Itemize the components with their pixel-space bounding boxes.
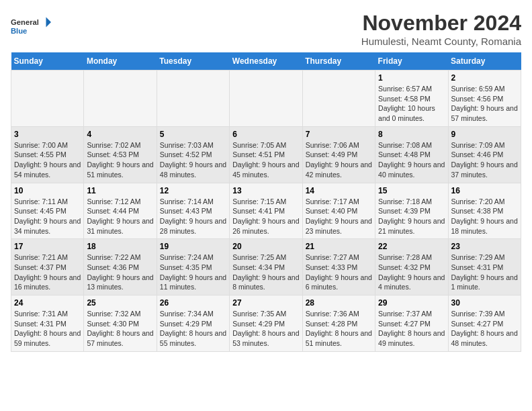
- calendar-cell: 23Sunrise: 7:29 AM Sunset: 4:31 PM Dayli…: [448, 239, 521, 295]
- calendar-cell: 14Sunrise: 7:17 AM Sunset: 4:40 PM Dayli…: [302, 183, 375, 239]
- day-number: 16: [451, 186, 518, 195]
- day-info: Sunrise: 6:57 AM Sunset: 4:58 PM Dayligh…: [378, 84, 445, 124]
- day-number: 5: [160, 130, 226, 139]
- day-number: 2: [451, 73, 518, 83]
- weekday-header: Monday: [84, 52, 157, 71]
- calendar-cell: 18Sunrise: 7:22 AM Sunset: 4:36 PM Dayli…: [84, 239, 157, 295]
- day-number: 3: [14, 130, 81, 139]
- weekday-header: Saturday: [448, 52, 521, 71]
- day-info: Sunrise: 7:21 AM Sunset: 4:37 PM Dayligh…: [14, 253, 81, 292]
- weekday-header: Thursday: [302, 52, 375, 71]
- calendar-cell: 15Sunrise: 7:18 AM Sunset: 4:39 PM Dayli…: [375, 183, 448, 239]
- day-info: Sunrise: 7:27 AM Sunset: 4:33 PM Dayligh…: [306, 253, 372, 292]
- calendar-table: SundayMondayTuesdayWednesdayThursdayFrid…: [11, 52, 521, 352]
- calendar-cell: 21Sunrise: 7:27 AM Sunset: 4:33 PM Dayli…: [302, 239, 375, 295]
- calendar-cell: 30Sunrise: 7:39 AM Sunset: 4:27 PM Dayli…: [448, 295, 521, 352]
- calendar-cell: 25Sunrise: 7:32 AM Sunset: 4:30 PM Dayli…: [84, 295, 157, 352]
- calendar-cell: 5Sunrise: 7:03 AM Sunset: 4:52 PM Daylig…: [157, 126, 229, 183]
- main-title: November 2024: [361, 11, 521, 36]
- calendar-cell: 12Sunrise: 7:14 AM Sunset: 4:43 PM Dayli…: [157, 183, 229, 239]
- calendar-cell: 4Sunrise: 7:02 AM Sunset: 4:53 PM Daylig…: [84, 126, 157, 183]
- day-info: Sunrise: 7:20 AM Sunset: 4:38 PM Dayligh…: [451, 197, 518, 236]
- day-number: 30: [451, 298, 518, 308]
- weekday-header: Tuesday: [157, 52, 229, 71]
- calendar-cell: 6Sunrise: 7:05 AM Sunset: 4:51 PM Daylig…: [230, 126, 302, 183]
- day-info: Sunrise: 7:22 AM Sunset: 4:36 PM Dayligh…: [87, 253, 153, 292]
- day-number: 20: [232, 242, 299, 251]
- day-info: Sunrise: 7:36 AM Sunset: 4:28 PM Dayligh…: [306, 309, 372, 349]
- day-number: 19: [160, 242, 226, 251]
- weekday-header: Wednesday: [230, 52, 302, 71]
- calendar-cell: [230, 71, 302, 127]
- day-number: 29: [378, 298, 445, 308]
- calendar-cell: 16Sunrise: 7:20 AM Sunset: 4:38 PM Dayli…: [448, 183, 521, 239]
- day-number: 24: [14, 298, 81, 308]
- calendar-cell: 24Sunrise: 7:31 AM Sunset: 4:31 PM Dayli…: [11, 295, 84, 352]
- svg-text:General: General: [11, 18, 39, 26]
- calendar-cell: 9Sunrise: 7:09 AM Sunset: 4:46 PM Daylig…: [448, 126, 521, 183]
- day-number: 15: [378, 186, 445, 195]
- day-info: Sunrise: 7:39 AM Sunset: 4:27 PM Dayligh…: [451, 309, 518, 349]
- logo-svg: General Blue: [11, 11, 51, 41]
- calendar-cell: 10Sunrise: 7:11 AM Sunset: 4:45 PM Dayli…: [11, 183, 84, 239]
- day-info: Sunrise: 7:18 AM Sunset: 4:39 PM Dayligh…: [378, 197, 445, 236]
- day-info: Sunrise: 7:09 AM Sunset: 4:46 PM Dayligh…: [451, 140, 518, 180]
- day-number: 14: [306, 186, 372, 195]
- day-number: 9: [451, 130, 518, 139]
- calendar-week-row: 10Sunrise: 7:11 AM Sunset: 4:45 PM Dayli…: [11, 183, 521, 239]
- day-info: Sunrise: 7:05 AM Sunset: 4:51 PM Dayligh…: [232, 140, 299, 180]
- subtitle: Humulesti, Neamt County, Romania: [361, 36, 521, 47]
- weekday-header: Sunday: [11, 52, 84, 71]
- calendar-week-row: 3Sunrise: 7:00 AM Sunset: 4:55 PM Daylig…: [11, 126, 521, 183]
- day-info: Sunrise: 7:29 AM Sunset: 4:31 PM Dayligh…: [451, 253, 518, 292]
- calendar-week-row: 1Sunrise: 6:57 AM Sunset: 4:58 PM Daylig…: [11, 71, 521, 127]
- day-info: Sunrise: 7:28 AM Sunset: 4:32 PM Dayligh…: [378, 253, 445, 292]
- day-number: 7: [306, 130, 372, 139]
- day-info: Sunrise: 7:14 AM Sunset: 4:43 PM Dayligh…: [160, 197, 226, 236]
- day-number: 21: [306, 242, 372, 251]
- day-number: 22: [378, 242, 445, 251]
- day-info: Sunrise: 7:24 AM Sunset: 4:35 PM Dayligh…: [160, 253, 226, 292]
- day-info: Sunrise: 7:03 AM Sunset: 4:52 PM Dayligh…: [160, 140, 226, 180]
- calendar-cell: 17Sunrise: 7:21 AM Sunset: 4:37 PM Dayli…: [11, 239, 84, 295]
- calendar-cell: 29Sunrise: 7:37 AM Sunset: 4:27 PM Dayli…: [375, 295, 448, 352]
- day-number: 18: [87, 242, 153, 251]
- day-info: Sunrise: 7:32 AM Sunset: 4:30 PM Dayligh…: [87, 309, 153, 349]
- calendar-cell: 2Sunrise: 6:59 AM Sunset: 4:56 PM Daylig…: [448, 71, 521, 127]
- day-number: 26: [160, 298, 226, 308]
- day-number: 4: [87, 130, 153, 139]
- calendar-cell: 26Sunrise: 7:34 AM Sunset: 4:29 PM Dayli…: [157, 295, 229, 352]
- svg-text:Blue: Blue: [11, 27, 27, 35]
- calendar-cell: [11, 71, 84, 127]
- day-info: Sunrise: 7:31 AM Sunset: 4:31 PM Dayligh…: [14, 309, 81, 349]
- calendar-cell: 7Sunrise: 7:06 AM Sunset: 4:49 PM Daylig…: [302, 126, 375, 183]
- calendar-cell: 19Sunrise: 7:24 AM Sunset: 4:35 PM Dayli…: [157, 239, 229, 295]
- calendar-cell: 3Sunrise: 7:00 AM Sunset: 4:55 PM Daylig…: [11, 126, 84, 183]
- day-number: 8: [378, 130, 445, 139]
- day-info: Sunrise: 7:06 AM Sunset: 4:49 PM Dayligh…: [306, 140, 372, 180]
- calendar-cell: 1Sunrise: 6:57 AM Sunset: 4:58 PM Daylig…: [375, 71, 448, 127]
- day-number: 6: [232, 130, 299, 139]
- calendar-cell: 11Sunrise: 7:12 AM Sunset: 4:44 PM Dayli…: [84, 183, 157, 239]
- day-number: 23: [451, 242, 518, 251]
- day-info: Sunrise: 7:02 AM Sunset: 4:53 PM Dayligh…: [87, 140, 153, 180]
- day-info: Sunrise: 7:11 AM Sunset: 4:45 PM Dayligh…: [14, 197, 81, 236]
- day-number: 12: [160, 186, 226, 195]
- day-number: 28: [306, 298, 372, 308]
- day-info: Sunrise: 7:34 AM Sunset: 4:29 PM Dayligh…: [160, 309, 226, 349]
- day-info: Sunrise: 7:25 AM Sunset: 4:34 PM Dayligh…: [232, 253, 299, 292]
- calendar-cell: [84, 71, 157, 127]
- day-info: Sunrise: 7:00 AM Sunset: 4:55 PM Dayligh…: [14, 140, 81, 180]
- calendar-week-row: 17Sunrise: 7:21 AM Sunset: 4:37 PM Dayli…: [11, 239, 521, 295]
- calendar-cell: 28Sunrise: 7:36 AM Sunset: 4:28 PM Dayli…: [302, 295, 375, 352]
- calendar-cell: 20Sunrise: 7:25 AM Sunset: 4:34 PM Dayli…: [230, 239, 302, 295]
- day-info: Sunrise: 7:15 AM Sunset: 4:41 PM Dayligh…: [232, 197, 299, 236]
- calendar-cell: [157, 71, 229, 127]
- title-area: November 2024 Humulesti, Neamt County, R…: [361, 11, 521, 47]
- weekday-header: Friday: [375, 52, 448, 71]
- day-number: 17: [14, 242, 81, 251]
- calendar-week-row: 24Sunrise: 7:31 AM Sunset: 4:31 PM Dayli…: [11, 295, 521, 352]
- day-info: Sunrise: 7:12 AM Sunset: 4:44 PM Dayligh…: [87, 197, 153, 236]
- day-info: Sunrise: 7:17 AM Sunset: 4:40 PM Dayligh…: [306, 197, 372, 236]
- calendar-cell: [302, 71, 375, 127]
